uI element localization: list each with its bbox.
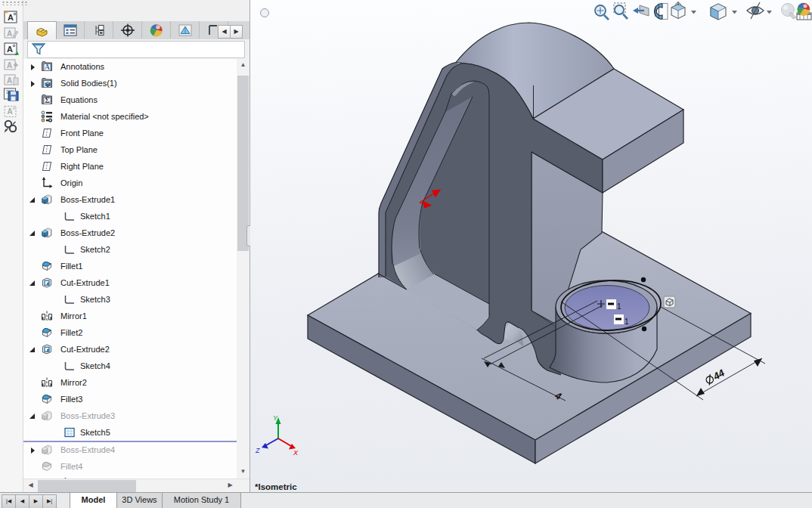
svg-text:X: X — [293, 449, 299, 457]
svg-text:1: 1 — [617, 302, 621, 311]
svg-text:A: A — [7, 45, 13, 54]
svg-text:*Isometric: *Isometric — [255, 482, 297, 491]
svg-text:A: A — [7, 61, 12, 70]
svg-text:A: A — [7, 76, 12, 85]
svg-text:A: A — [7, 107, 12, 116]
svg-text:Z: Z — [255, 447, 260, 454]
svg-text:A: A — [7, 29, 12, 38]
svg-text:1: 1 — [624, 318, 629, 326]
svg-text:Y: Y — [273, 414, 278, 422]
svg-text:✶: ✶ — [5, 9, 10, 16]
